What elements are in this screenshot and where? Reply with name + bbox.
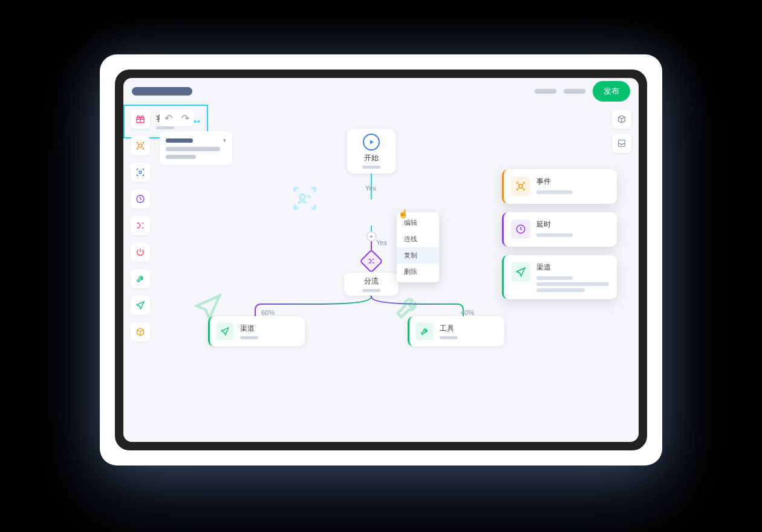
inbox-icon[interactable] bbox=[612, 134, 631, 153]
menu-item-connect[interactable]: 连线 bbox=[397, 231, 439, 247]
undo-button[interactable]: ↶ bbox=[160, 109, 177, 126]
scan-orange-icon[interactable] bbox=[131, 136, 150, 155]
float-card-channel-title: 渠道 bbox=[536, 262, 610, 273]
svg-point-7 bbox=[300, 195, 305, 199]
chevron-down-icon[interactable]: ▾ bbox=[223, 137, 226, 143]
send-icon[interactable] bbox=[131, 296, 150, 315]
split-diamond-icon bbox=[366, 256, 376, 266]
context-menu: 编辑 连线 复制 删除 bbox=[397, 212, 439, 282]
node-split-title: 分流 bbox=[349, 276, 394, 287]
node-channel[interactable]: 渠道 bbox=[208, 316, 305, 346]
top-right-actions: 发布 bbox=[535, 81, 630, 102]
node-tool-sub bbox=[440, 336, 458, 339]
right-toolbar bbox=[612, 109, 631, 153]
float-card-delay[interactable]: 延时 bbox=[502, 212, 617, 247]
node-tool-title: 工具 bbox=[440, 323, 458, 334]
node-channel-sub bbox=[240, 336, 258, 339]
header-link-2[interactable] bbox=[564, 89, 585, 94]
edge-label-yes-2: Yes bbox=[376, 239, 387, 246]
tool-wrench-icon bbox=[415, 322, 434, 340]
edge-label-60: 60% bbox=[261, 309, 275, 316]
edge-label-40: 40% bbox=[461, 309, 474, 316]
split-icon[interactable] bbox=[131, 216, 150, 235]
placeholder-line bbox=[536, 190, 573, 194]
header-link-1[interactable] bbox=[535, 89, 556, 94]
info-title-placeholder bbox=[166, 138, 193, 143]
placeholder-line bbox=[536, 288, 585, 292]
play-icon bbox=[363, 134, 380, 151]
delay-clock-icon bbox=[511, 219, 530, 239]
wrench-icon[interactable] bbox=[131, 269, 150, 288]
ghost-crowd-icon bbox=[290, 183, 320, 213]
node-start[interactable]: 开始 bbox=[347, 129, 396, 174]
node-split[interactable]: 分流 bbox=[344, 273, 399, 296]
add-node-button[interactable]: + bbox=[366, 232, 376, 241]
svg-rect-1 bbox=[138, 144, 142, 147]
cube-outline-icon[interactable] bbox=[612, 109, 631, 129]
redo-button[interactable]: ↷ bbox=[177, 109, 194, 126]
floating-node-palette: 事件 延时 渠道 bbox=[502, 169, 617, 299]
float-card-event-title: 事件 bbox=[536, 177, 610, 187]
app-title-placeholder bbox=[132, 87, 192, 96]
scan-blue-icon[interactable] bbox=[131, 163, 150, 182]
info-panel[interactable]: ▾ bbox=[160, 131, 232, 165]
cursor-icon: ☝ bbox=[398, 209, 408, 218]
placeholder-line bbox=[536, 233, 573, 237]
node-start-title: 开始 bbox=[353, 153, 389, 163]
placeholder-line bbox=[536, 276, 573, 280]
event-scan-icon bbox=[511, 177, 530, 196]
node-tool[interactable]: 工具 bbox=[408, 316, 504, 346]
top-bar: 发布 bbox=[123, 78, 639, 105]
clock-icon[interactable] bbox=[131, 189, 150, 209]
node-channel-title: 渠道 bbox=[240, 323, 258, 334]
wire-split-branches bbox=[244, 293, 468, 319]
channel-send-icon-2 bbox=[511, 262, 530, 282]
node-split-sub bbox=[362, 289, 380, 292]
menu-item-copy[interactable]: 复制 bbox=[397, 247, 439, 264]
svg-rect-9 bbox=[519, 184, 523, 188]
svg-point-2 bbox=[139, 171, 142, 174]
placeholder-line bbox=[536, 282, 609, 286]
cube-icon[interactable] bbox=[131, 322, 150, 342]
float-card-channel[interactable]: 渠道 bbox=[502, 255, 617, 299]
node-start-sub bbox=[362, 166, 380, 169]
undo-redo-group: ↶ ↷ bbox=[160, 109, 194, 126]
tool-sidebar bbox=[131, 109, 150, 342]
edge-label-yes-1: Yes bbox=[365, 184, 376, 192]
gift-icon[interactable] bbox=[131, 109, 150, 129]
float-card-delay-title: 延时 bbox=[536, 219, 610, 230]
info-line-2 bbox=[166, 155, 196, 159]
menu-item-delete[interactable]: 删除 bbox=[397, 264, 439, 280]
publish-button[interactable]: 发布 bbox=[593, 81, 630, 102]
power-icon[interactable] bbox=[131, 242, 150, 262]
node-crowd-sub bbox=[156, 126, 174, 129]
float-card-event[interactable]: 事件 bbox=[502, 169, 617, 204]
channel-send-icon bbox=[216, 322, 234, 340]
info-line-1 bbox=[166, 147, 220, 151]
